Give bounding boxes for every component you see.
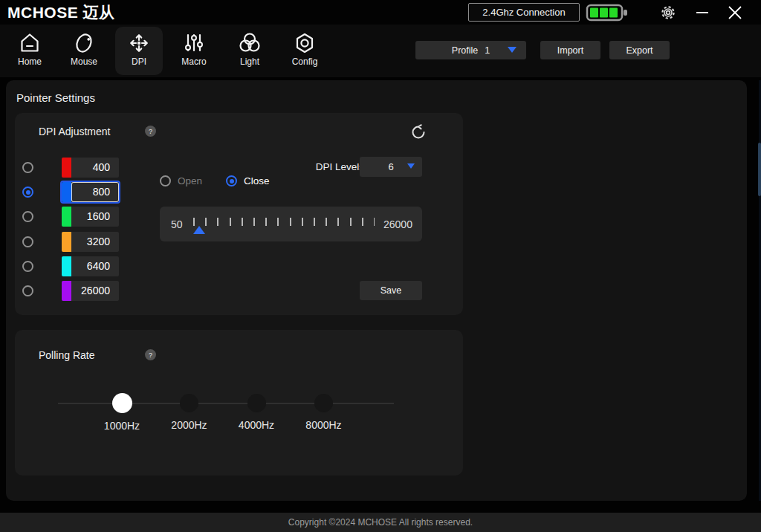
macro-icon: [181, 30, 207, 56]
dpi-levels-value: 6: [388, 161, 393, 172]
reset-icon: [410, 124, 427, 140]
polling-dot[interactable]: [314, 394, 333, 412]
footer-bar: Copyright ©2024 MCHOSE All rights reserv…: [0, 513, 761, 532]
save-button-label: Save: [380, 285, 402, 296]
titlebar: MCHOSE 迈从 2.4Ghz Connection: [0, 0, 761, 25]
dpi-level-radio[interactable]: [22, 285, 33, 296]
battery-icon: [586, 3, 629, 25]
dpi-level-box: 400: [62, 158, 119, 178]
tab-macro[interactable]: Macro: [170, 27, 218, 75]
tab-macro-label: Macro: [181, 56, 206, 67]
close-radio[interactable]: [226, 175, 237, 186]
open-close-group: Open Close: [160, 175, 270, 186]
tab-dpi[interactable]: DPI: [115, 27, 163, 75]
chevron-down-icon: [407, 163, 415, 169]
tab-mouse-label: Mouse: [71, 56, 97, 67]
dpi-range-slider[interactable]: 50 26000: [160, 207, 422, 241]
polling-panel-title: Polling Rate: [39, 349, 95, 361]
dpi-level-radio[interactable]: [22, 211, 33, 222]
polling-option-4000hz: 4000Hz: [223, 393, 290, 431]
config-icon: [292, 30, 317, 56]
profile-select-label: Profile: [452, 45, 478, 56]
dpi-value-field[interactable]: 3200: [71, 232, 119, 252]
slider-min-label: 50: [171, 218, 186, 230]
tab-light[interactable]: Light: [226, 27, 273, 75]
dpi-level-radio[interactable]: [22, 162, 33, 173]
export-button-label: Export: [626, 45, 652, 56]
dpi-level-row: 6400: [15, 256, 238, 276]
dpi-color-swatch[interactable]: [62, 232, 71, 252]
dpi-adjustment-panel: DPI Adjustment ? 400: [15, 113, 463, 315]
open-radio[interactable]: [160, 175, 171, 186]
minimize-button[interactable]: [693, 3, 712, 22]
help-glyph: ?: [149, 351, 152, 359]
polling-option-label: 2000Hz: [171, 419, 207, 431]
slider-max-label: 26000: [383, 218, 412, 230]
close-label: Close: [244, 175, 270, 186]
polling-dot[interactable]: [112, 393, 132, 413]
dpi-value-field[interactable]: 26000: [71, 281, 119, 301]
help-icon[interactable]: ?: [145, 349, 156, 360]
tab-light-label: Light: [240, 56, 259, 67]
dpi-color-swatch[interactable]: [62, 281, 71, 301]
settings-gear-button[interactable]: [658, 3, 678, 22]
polling-dot[interactable]: [247, 394, 266, 412]
import-button-label: Import: [557, 45, 583, 56]
dpi-level-radio[interactable]: [22, 186, 33, 198]
tab-config[interactable]: Config: [281, 27, 328, 75]
dpi-level-radio[interactable]: [22, 261, 33, 272]
polling-option-8000hz: 8000Hz: [291, 393, 357, 431]
gear-icon: [660, 4, 676, 21]
dpi-icon: [126, 30, 152, 56]
home-icon: [17, 30, 42, 56]
polling-option-1000hz: 1000Hz: [88, 393, 155, 432]
dpi-level-radio[interactable]: [22, 236, 33, 247]
dpi-levels-select[interactable]: 6: [360, 157, 422, 177]
dpi-level-box: 3200: [62, 232, 119, 252]
mouse-icon: [71, 30, 97, 56]
polling-option-label: 1000Hz: [104, 420, 140, 432]
close-icon: [726, 4, 744, 22]
open-label: Open: [178, 175, 202, 186]
tab-mouse[interactable]: Mouse: [60, 27, 108, 75]
dpi-panel-title: DPI Adjustment: [39, 126, 111, 137]
app-window: MCHOSE 迈从 2.4Ghz Connection: [0, 0, 761, 532]
dpi-color-swatch[interactable]: [62, 158, 71, 178]
slider-handle-icon[interactable]: [193, 226, 205, 234]
polling-option-2000hz: 2000Hz: [156, 393, 223, 431]
dpi-color-swatch[interactable]: [62, 207, 71, 227]
dpi-color-swatch[interactable]: [62, 182, 71, 202]
export-button[interactable]: Export: [609, 41, 670, 59]
tab-home[interactable]: Home: [6, 27, 54, 75]
save-button[interactable]: Save: [360, 281, 422, 300]
chevron-down-icon: [508, 47, 516, 53]
main-content: Pointer Settings DPI Adjustment ? 400: [6, 80, 747, 501]
slider-ticks: [193, 218, 375, 226]
polling-option-label: 8000Hz: [305, 419, 341, 431]
reset-button[interactable]: [410, 124, 427, 140]
dpi-value-field[interactable]: 1600: [71, 207, 119, 227]
tab-home-label: Home: [18, 56, 42, 67]
dpi-level-box: 1600: [62, 207, 119, 227]
profile-select[interactable]: Profile 1: [415, 41, 526, 59]
dpi-levels-label: DPI Levels: [260, 161, 364, 172]
scrollbar-thumb[interactable]: [758, 143, 761, 196]
close-button[interactable]: [725, 3, 745, 22]
polling-dot[interactable]: [180, 394, 198, 412]
dpi-value-field[interactable]: 800: [71, 182, 119, 202]
dpi-level-row: 400: [15, 158, 238, 178]
main-navbar: Home Mouse DPI: [0, 25, 761, 77]
dpi-level-box: 800: [62, 182, 119, 202]
dpi-level-box: 6400: [62, 256, 119, 276]
help-icon[interactable]: ?: [145, 126, 156, 137]
tab-config-label: Config: [292, 56, 318, 67]
import-button[interactable]: Import: [540, 41, 600, 59]
connection-status-label: 2.4Ghz Connection: [482, 7, 565, 18]
dpi-value-field[interactable]: 400: [71, 158, 119, 178]
dpi-color-swatch[interactable]: [62, 256, 71, 276]
dpi-value-field[interactable]: 6400: [71, 256, 119, 276]
copyright-text: Copyright ©2024 MCHOSE All rights reserv…: [288, 517, 473, 528]
polling-rate-panel: Polling Rate ? 1000Hz 2000Hz 4000Hz 8000…: [15, 330, 463, 476]
tab-dpi-label: DPI: [132, 56, 146, 67]
minimize-icon: [694, 4, 710, 21]
